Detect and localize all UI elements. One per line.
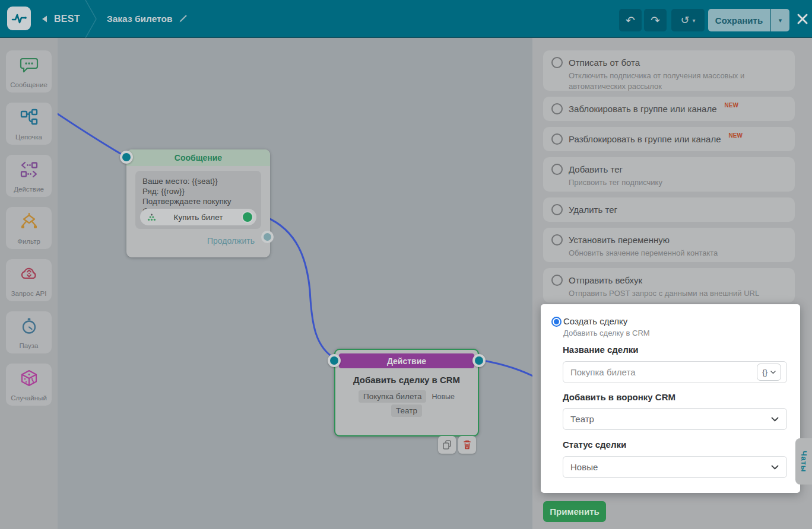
deal-status-tag: Новые	[432, 393, 455, 401]
speech-bubble-icon	[19, 56, 39, 74]
palette-label: Цепочка	[15, 133, 42, 141]
continue-output-port[interactable]	[261, 231, 274, 243]
flow-canvas[interactable]: Сообщение Ваше место: {{seat}} Ряд: {{ro…	[58, 38, 532, 529]
app-logo[interactable]	[7, 7, 31, 30]
radio-icon[interactable]	[551, 204, 563, 215]
radio-icon[interactable]	[551, 57, 563, 68]
radio-selected-icon[interactable]	[551, 317, 562, 327]
flow-title-wrap: Заказ билетов	[107, 0, 188, 38]
back-to-bot-button[interactable]: BEST	[40, 0, 80, 38]
palette-label: Случайный	[11, 394, 47, 401]
option-desc: Обновить значение переменной контакта	[569, 248, 786, 259]
palette-label: Фильтр	[17, 238, 40, 245]
message-line: Ряд: {{row}}	[142, 186, 254, 196]
action-node-selected[interactable]: Действие Добавить сделку в CRM Покупка б…	[334, 349, 479, 436]
option-add-tag[interactable]: Добавить тег Присвоить тег подписчику	[543, 157, 795, 192]
flow-chain-icon	[20, 109, 39, 126]
chevron-down-icon: ▾	[779, 17, 782, 24]
pulse-icon	[11, 11, 27, 26]
message-line: Ваше место: {{seat}}	[142, 176, 254, 186]
action-node-header[interactable]: Действие	[339, 353, 474, 368]
continue-link[interactable]: Продолжить	[207, 236, 255, 246]
radio-icon[interactable]	[551, 103, 563, 114]
palette-label: Пауза	[20, 342, 39, 349]
history-icon: ↺	[680, 14, 689, 27]
action-arrows-icon	[20, 161, 39, 179]
message-input-port[interactable]	[120, 151, 133, 164]
funnel-select[interactable]: Театр	[563, 408, 787, 430]
undo-button[interactable]: ↶	[619, 9, 642, 31]
radio-icon[interactable]	[551, 164, 563, 175]
copy-icon	[440, 438, 453, 451]
deal-name-tag: Покупка билета	[359, 390, 427, 403]
palette-item-filter[interactable]: Фильтр	[6, 207, 52, 249]
trash-icon	[461, 438, 474, 451]
option-webhook[interactable]: Отправить вебхук Отправить POST запрос с…	[543, 268, 795, 302]
insert-variable-button[interactable]: {}	[757, 364, 781, 381]
message-node-header[interactable]: Сообщение	[126, 149, 270, 166]
radio-icon[interactable]	[551, 133, 563, 145]
deal-name-field: {}	[563, 361, 787, 383]
palette-item-chain[interactable]: Цепочка	[6, 103, 52, 145]
redo-icon: ↷	[651, 14, 660, 27]
palette-item-pause[interactable]: Пауза	[6, 311, 52, 353]
connector-lines	[58, 38, 532, 529]
chevron-down-icon	[771, 465, 779, 470]
chats-tab[interactable]: Чаты	[795, 438, 812, 485]
palette-label: Запрос API	[11, 290, 47, 297]
close-editor-button[interactable]	[794, 11, 811, 27]
option-desc: Отправить POST запрос с данными на внешн…	[569, 288, 786, 299]
selected-option-desc: Добавить сделку в CRM	[563, 329, 650, 337]
palette-item-message[interactable]: Сообщение	[6, 50, 52, 93]
option-unblock[interactable]: Разблокировать в группе или канале NEW	[543, 127, 795, 151]
radio-icon[interactable]	[551, 275, 563, 286]
option-remove-tag[interactable]: Удалить тег	[543, 197, 795, 222]
option-title: Отписать от бота	[569, 58, 640, 68]
filter-branch-icon	[20, 213, 39, 230]
option-desc: Отключить подписчика от получения массов…	[569, 71, 786, 91]
redo-button[interactable]: ↷	[644, 9, 667, 31]
deal-name-label: Название сделки	[563, 345, 638, 355]
action-output-port[interactable]	[472, 354, 486, 367]
history-button[interactable]: ↺ ▾	[671, 9, 705, 31]
radio-icon[interactable]	[551, 234, 563, 246]
option-title: Установить переменную	[569, 235, 670, 245]
undo-icon: ↶	[626, 14, 635, 27]
button-output-port[interactable]	[242, 211, 253, 223]
option-create-deal-selected: Создать сделку Добавить сделку в CRM Наз…	[541, 304, 800, 493]
chevron-down-icon	[771, 417, 779, 422]
save-button[interactable]: Сохранить	[708, 9, 770, 31]
message-node[interactable]: Сообщение Ваше место: {{seat}} Ряд: {{ro…	[126, 149, 270, 257]
delete-node-button[interactable]	[458, 436, 476, 454]
chevron-down-icon	[770, 371, 776, 374]
action-input-port[interactable]	[328, 354, 341, 367]
edit-pencil-icon[interactable]	[178, 14, 188, 24]
buy-ticket-label: Купить билет	[174, 212, 223, 222]
palette-label: Сообщение	[10, 81, 47, 88]
close-icon	[797, 13, 808, 25]
topbar: BEST Заказ билетов ↶ ↷ ↺ ▾ Сохранить ▾	[0, 0, 812, 38]
status-select[interactable]: Новые	[563, 456, 787, 478]
apply-button[interactable]: Применить	[543, 501, 606, 522]
option-title: Разблокировать в группе или канале	[569, 134, 721, 144]
buy-ticket-button[interactable]: Купить билет	[140, 209, 256, 225]
option-unsubscribe[interactable]: Отписать от бота Отключить подписчика от…	[543, 50, 795, 91]
deal-name-input[interactable]	[563, 367, 757, 377]
chevron-down-icon: ▾	[693, 17, 696, 24]
option-title: Отправить вебхук	[569, 275, 642, 285]
back-label: BEST	[54, 14, 80, 24]
option-title: Заблокировать в группе или канале	[569, 104, 717, 114]
palette-item-action[interactable]: Действие	[6, 155, 52, 197]
palette-item-random[interactable]: Случайный	[6, 364, 52, 406]
node-palette-sidebar: Сообщение Цепочка Действие	[0, 38, 58, 529]
option-title: Удалить тег	[569, 205, 617, 215]
braces-icon: {}	[762, 368, 767, 377]
option-set-variable[interactable]: Установить переменную Обновить значение …	[543, 228, 795, 262]
selected-option-title: Создать сделку	[563, 316, 627, 326]
option-block[interactable]: Заблокировать в группе или канале NEW	[543, 97, 795, 121]
save-dropdown-button[interactable]: ▾	[770, 9, 789, 31]
duplicate-node-button[interactable]	[438, 436, 456, 454]
palette-item-api[interactable]: Запрос API	[6, 259, 52, 301]
new-badge: NEW	[725, 102, 738, 109]
dice-icon	[20, 369, 38, 387]
